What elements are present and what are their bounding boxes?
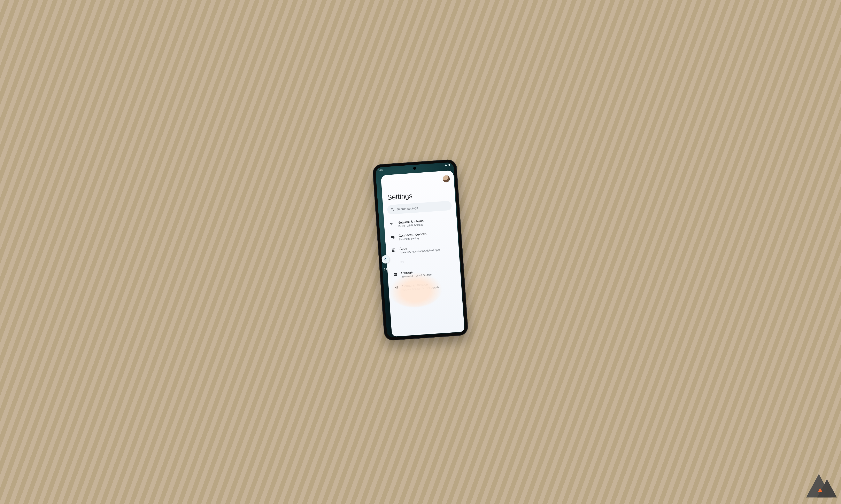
wifi-icon <box>389 222 394 226</box>
svg-rect-16 <box>394 274 397 275</box>
phone-frame: 16:0 Bit Settings Search settings N <box>372 159 469 341</box>
svg-rect-0 <box>449 164 450 166</box>
chevron-left-icon <box>383 257 387 261</box>
svg-point-3 <box>392 225 392 226</box>
settings-item-sub: left <box>400 260 404 264</box>
apps-grid-icon <box>391 248 396 252</box>
signal-icon <box>444 164 447 166</box>
camera-punchhole <box>413 167 416 170</box>
search-settings[interactable]: Search settings <box>387 201 452 215</box>
svg-point-9 <box>392 250 393 251</box>
svg-point-14 <box>395 251 396 252</box>
phone-screen: 16:0 Bit Settings Search settings N <box>375 162 466 338</box>
svg-point-12 <box>392 251 393 252</box>
svg-point-8 <box>395 249 395 249</box>
svg-rect-15 <box>394 273 397 274</box>
svg-point-10 <box>393 250 394 251</box>
search-placeholder: Search settings <box>397 206 418 211</box>
svg-line-2 <box>393 210 394 211</box>
settings-list: Network & internet Mobile, Wi-Fi, hotspo… <box>388 215 457 294</box>
svg-point-7 <box>393 249 394 250</box>
svg-point-6 <box>392 249 393 250</box>
svg-point-11 <box>395 250 395 251</box>
ap-watermark <box>800 470 837 501</box>
search-icon <box>390 208 395 211</box>
devices-icon <box>390 235 395 239</box>
statusbar-time: 16:0 <box>378 168 384 172</box>
battery-icon <box>448 164 451 166</box>
background-app-label: Bit <box>384 268 387 271</box>
sound-icon <box>394 285 398 290</box>
svg-point-1 <box>391 208 393 210</box>
profile-avatar[interactable] <box>442 175 450 182</box>
svg-point-13 <box>393 251 394 252</box>
settings-sheet: Settings Search settings Network & inter… <box>381 170 465 337</box>
page-title: Settings <box>387 189 451 201</box>
statusbar-icons <box>444 164 451 166</box>
storage-icon <box>393 272 398 276</box>
svg-rect-5 <box>393 236 394 238</box>
